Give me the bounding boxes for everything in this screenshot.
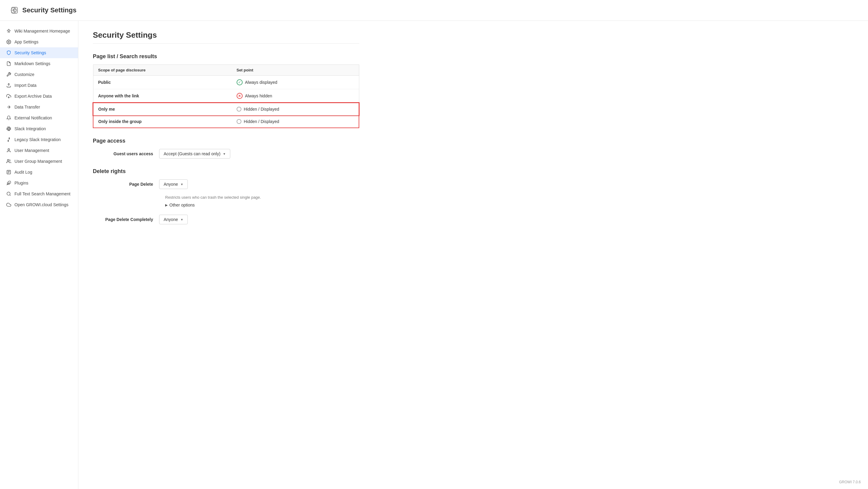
version-badge: GROWI 7.0.6 <box>839 480 861 484</box>
chevron-down-icon-2: ▼ <box>180 183 183 186</box>
section-delete-rights-title: Delete rights <box>93 168 359 175</box>
home-icon <box>6 28 11 34</box>
users-icon <box>6 159 11 164</box>
sidebar-item-data-transfer[interactable]: Data Transfer <box>0 101 78 113</box>
user-icon <box>6 148 11 153</box>
page-delete-completely-label: Page Delete Completely <box>93 217 159 222</box>
page-title: Security Settings <box>22 6 76 14</box>
page-delete-row: Page Delete Anyone ▼ <box>93 179 359 189</box>
table-row-only-me: Only me Hidden / Displayed <box>93 103 359 116</box>
page-delete-completely-row: Page Delete Completely Anyone ▼ <box>93 215 359 224</box>
disclosure-table: Scope of page disclosure Set point Publi… <box>93 64 359 128</box>
check-circle-icon: ✓ <box>237 79 243 85</box>
main-page-title: Security Settings <box>93 30 359 44</box>
scope-public: Public <box>93 76 232 89</box>
chevron-down-icon: ▼ <box>223 152 226 156</box>
page-delete-label: Page Delete <box>93 182 159 187</box>
other-options-toggle[interactable]: ▶ Other options <box>165 203 359 207</box>
chevron-right-icon: ▶ <box>165 203 167 207</box>
sidebar-item-security-settings[interactable]: Security Settings <box>0 47 78 58</box>
setpoint-only-me: Hidden / Displayed <box>232 103 359 116</box>
sidebar-item-wiki-management[interactable]: Wiki Management Homepage <box>0 26 78 36</box>
file-icon <box>6 61 11 66</box>
sidebar-item-import-data[interactable]: Import Data <box>0 80 78 91</box>
scope-only-me: Only me <box>93 103 232 116</box>
log-icon <box>6 170 11 175</box>
sidebar: Wiki Management Homepage App Settings Se… <box>0 21 79 489</box>
radio-button-only-group[interactable] <box>237 119 241 124</box>
bell-icon <box>6 115 11 121</box>
svg-line-13 <box>10 195 10 196</box>
sidebar-item-user-management[interactable]: User Management <box>0 145 78 156</box>
sidebar-item-audit-log[interactable]: Audit Log <box>0 167 78 178</box>
radio-button-only-me[interactable] <box>237 107 241 112</box>
sidebar-item-full-text-search[interactable]: Full Text Search Management <box>0 188 78 199</box>
sidebar-item-customize[interactable]: Customize <box>0 69 78 80</box>
guest-users-access-select[interactable]: Accept (Guests can read only) ▼ <box>159 149 230 159</box>
page-delete-completely-select[interactable]: Anyone ▼ <box>159 215 188 224</box>
page-delete-select[interactable]: Anyone ▼ <box>159 179 188 189</box>
growi-logo-icon <box>10 5 19 15</box>
svg-point-4 <box>8 149 9 150</box>
x-circle-icon: ✕ <box>237 93 243 99</box>
always-hidden-status: ✕ Always hidden <box>237 93 354 99</box>
section-page-access-title: Page access <box>93 138 359 144</box>
guest-users-access-row: Guest users access Accept (Guests can re… <box>93 149 359 159</box>
slack-legacy-icon <box>6 137 11 142</box>
transfer-icon <box>6 104 11 110</box>
svg-point-12 <box>7 192 10 195</box>
slack-icon <box>6 126 11 131</box>
chevron-down-icon-3: ▼ <box>180 218 183 221</box>
svg-point-5 <box>7 159 9 161</box>
radio-option-only-group: Hidden / Displayed <box>237 119 354 124</box>
sidebar-item-legacy-slack-integration[interactable]: Legacy Slack Integration <box>0 134 78 145</box>
import-icon <box>6 83 11 88</box>
section-page-list-title: Page list / Search results <box>93 53 359 60</box>
search-icon <box>6 191 11 196</box>
sidebar-item-open-growi-cloud[interactable]: Open GROWI.cloud Settings <box>0 199 78 210</box>
radio-option-only-me: Hidden / Displayed <box>237 107 354 112</box>
table-row-anyone-link: Anyone with the link ✕ Always hidden <box>93 89 359 103</box>
sidebar-item-user-group-management[interactable]: User Group Management <box>0 156 78 167</box>
scope-only-group: Only inside the group <box>93 116 232 128</box>
sidebar-item-external-notification[interactable]: External Notification <box>0 113 78 123</box>
main-content: Security Settings Page list / Search res… <box>79 21 374 489</box>
header: Security Settings <box>0 0 868 21</box>
scope-anyone-link: Anyone with the link <box>93 89 232 103</box>
table-header-setpoint: Set point <box>232 65 359 76</box>
sidebar-item-app-settings[interactable]: App Settings <box>0 36 78 47</box>
table-header-scope: Scope of page disclosure <box>93 65 232 76</box>
main-layout: Wiki Management Homepage App Settings Se… <box>0 21 868 489</box>
gear-icon <box>6 39 11 44</box>
setpoint-public: ✓ Always displayed <box>232 76 359 89</box>
shield-icon <box>6 50 11 56</box>
setpoint-anyone-link: ✕ Always hidden <box>232 89 359 103</box>
export-icon <box>6 93 11 99</box>
customize-icon <box>6 72 11 77</box>
sidebar-item-plugins[interactable]: Plugins <box>0 178 78 188</box>
table-row-only-group: Only inside the group Hidden / Displayed <box>93 116 359 128</box>
table-row-public: Public ✓ Always displayed <box>93 76 359 89</box>
page-delete-hint: Restricts users who can trash the select… <box>165 195 359 200</box>
always-displayed-status: ✓ Always displayed <box>237 79 354 85</box>
plugin-icon <box>6 180 11 186</box>
setpoint-only-group: Hidden / Displayed <box>232 116 359 128</box>
sidebar-item-slack-integration[interactable]: Slack Integration <box>0 123 78 134</box>
guest-users-access-label: Guest users access <box>93 151 159 156</box>
cloud-icon <box>6 202 11 207</box>
svg-point-1 <box>8 41 9 42</box>
sidebar-item-markdown-settings[interactable]: Markdown Settings <box>0 58 78 69</box>
sidebar-item-export-archive-data[interactable]: Export Archive Data <box>0 91 78 101</box>
